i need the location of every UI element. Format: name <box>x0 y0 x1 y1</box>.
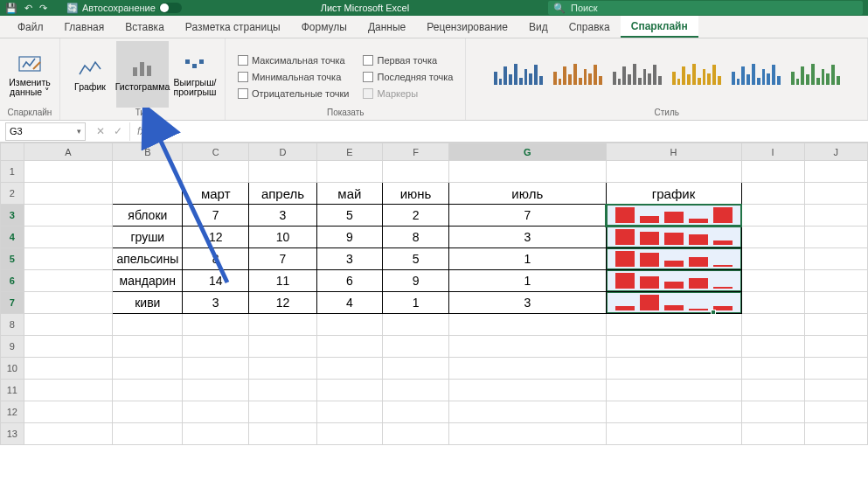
col-header[interactable]: A <box>24 143 113 161</box>
cell[interactable] <box>24 227 113 248</box>
cell[interactable]: 3 <box>316 248 382 270</box>
cell[interactable]: график <box>606 183 741 205</box>
col-header[interactable]: I <box>741 143 804 161</box>
cell[interactable] <box>804 336 867 358</box>
cell[interactable] <box>804 205 867 227</box>
cell[interactable] <box>24 248 113 270</box>
cell[interactable] <box>741 227 804 248</box>
sparkline-cell[interactable] <box>606 292 741 314</box>
row-header[interactable]: 8 <box>1 314 24 336</box>
cell[interactable] <box>113 358 183 380</box>
cell[interactable] <box>804 248 867 270</box>
cell[interactable] <box>249 401 317 423</box>
cell[interactable]: 1 <box>449 270 606 292</box>
cell[interactable]: май <box>316 183 382 205</box>
sparkline-style-swatch[interactable] <box>612 59 663 89</box>
cell[interactable] <box>249 358 317 380</box>
cell[interactable]: 3 <box>449 227 606 248</box>
cell[interactable]: 12 <box>183 227 249 248</box>
cell[interactable]: 14 <box>183 270 249 292</box>
cell[interactable] <box>804 380 867 401</box>
cell[interactable] <box>804 227 867 248</box>
cell[interactable] <box>249 423 317 445</box>
cell[interactable] <box>804 292 867 314</box>
cell[interactable]: 8 <box>382 227 448 248</box>
tab-справка[interactable]: Справка <box>559 16 621 38</box>
cell[interactable] <box>113 183 183 205</box>
chk-high[interactable]: Максимальная точка <box>238 53 349 67</box>
col-header[interactable]: H <box>606 143 741 161</box>
sparkline-style-swatch[interactable] <box>552 59 603 89</box>
cell[interactable] <box>449 423 606 445</box>
fx-icon[interactable]: fx <box>130 125 152 137</box>
cell[interactable] <box>249 380 317 401</box>
cell[interactable] <box>113 336 183 358</box>
tab-вставка[interactable]: Вставка <box>115 16 175 38</box>
cell[interactable]: киви <box>113 292 183 314</box>
cell[interactable] <box>183 336 249 358</box>
cell[interactable] <box>382 336 448 358</box>
cell[interactable] <box>804 183 867 205</box>
cell[interactable] <box>24 336 113 358</box>
cell[interactable]: 2 <box>382 205 448 227</box>
cell[interactable] <box>449 358 606 380</box>
row-header[interactable]: 13 <box>1 423 24 445</box>
cell[interactable]: 6 <box>316 270 382 292</box>
cell[interactable] <box>606 358 741 380</box>
cell[interactable] <box>741 423 804 445</box>
row-header[interactable]: 1 <box>1 161 24 183</box>
cell[interactable] <box>183 358 249 380</box>
col-header[interactable]: G <box>449 143 606 161</box>
cell[interactable]: 3 <box>449 292 606 314</box>
sparkline-cell[interactable] <box>606 227 741 248</box>
tab-главная[interactable]: Главная <box>54 16 115 38</box>
cell[interactable]: 3 <box>249 205 317 227</box>
cell[interactable] <box>183 161 249 183</box>
selection-handle[interactable] <box>711 310 716 315</box>
cell[interactable] <box>113 401 183 423</box>
cell[interactable]: март <box>183 183 249 205</box>
cell[interactable]: апельсины <box>113 248 183 270</box>
row-header[interactable]: 2 <box>1 183 24 205</box>
cell[interactable] <box>24 314 113 336</box>
cell[interactable] <box>24 358 113 380</box>
cell[interactable] <box>316 314 382 336</box>
cell[interactable]: 1 <box>449 248 606 270</box>
cell[interactable] <box>741 380 804 401</box>
cell[interactable] <box>382 358 448 380</box>
row-header[interactable]: 9 <box>1 336 24 358</box>
cell[interactable] <box>113 161 183 183</box>
cell[interactable] <box>316 358 382 380</box>
cell[interactable] <box>249 161 317 183</box>
cell[interactable]: 7 <box>249 248 317 270</box>
tab-вид[interactable]: Вид <box>518 16 559 38</box>
sparkline-style-swatch[interactable] <box>671 59 722 89</box>
cell[interactable]: 12 <box>249 292 317 314</box>
cell[interactable] <box>741 358 804 380</box>
col-header[interactable]: B <box>113 143 183 161</box>
sparkline-cell[interactable] <box>606 248 741 270</box>
cell[interactable] <box>316 401 382 423</box>
cell[interactable] <box>449 380 606 401</box>
cell[interactable] <box>316 423 382 445</box>
cell[interactable] <box>606 314 741 336</box>
cell[interactable] <box>741 270 804 292</box>
formula-input[interactable] <box>152 122 868 141</box>
cell[interactable] <box>113 314 183 336</box>
cell[interactable] <box>606 423 741 445</box>
cell[interactable] <box>24 270 113 292</box>
cell[interactable] <box>24 423 113 445</box>
cell[interactable]: яблоки <box>113 205 183 227</box>
sparkline-style-swatch[interactable] <box>493 59 544 89</box>
cell[interactable] <box>804 423 867 445</box>
cell[interactable] <box>606 336 741 358</box>
sparkline-cell[interactable] <box>606 205 741 227</box>
cell[interactable] <box>382 314 448 336</box>
tab-данные[interactable]: Данные <box>358 16 416 38</box>
row-header[interactable]: 6 <box>1 270 24 292</box>
col-header[interactable]: F <box>382 143 448 161</box>
cell[interactable] <box>741 248 804 270</box>
cell[interactable] <box>249 314 317 336</box>
tab-файл[interactable]: Файл <box>7 16 54 38</box>
cell[interactable] <box>804 314 867 336</box>
